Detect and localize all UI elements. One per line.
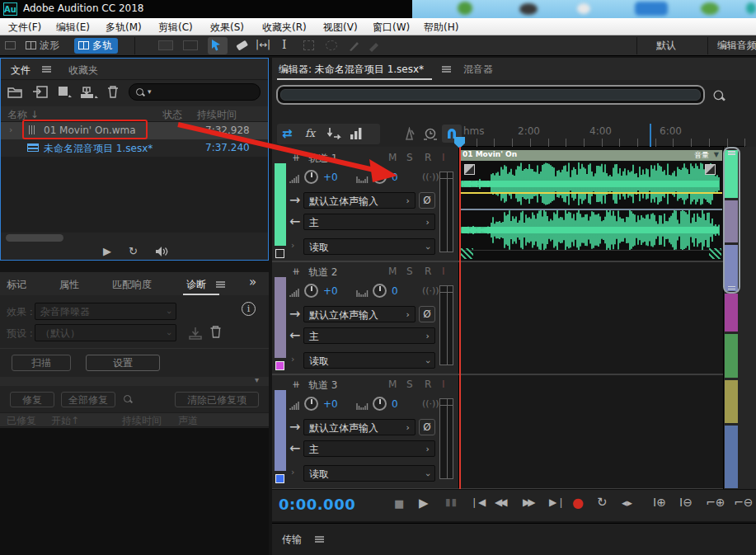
volume-envelope-line[interactable] (460, 192, 722, 194)
workspace-default-button[interactable]: 默认 (656, 39, 676, 53)
mute-button[interactable]: M (388, 152, 397, 163)
panel-grid-icon[interactable] (5, 41, 16, 49)
pan-knob[interactable] (373, 170, 387, 184)
marquee-tool-icon[interactable] (303, 40, 314, 50)
menu-file[interactable]: 文件(F) (8, 21, 41, 35)
tab-match-loudness[interactable]: 匹配响度 (112, 278, 152, 292)
track-color-strip[interactable] (275, 163, 286, 246)
zoom-out-vertical-button[interactable]: I⊖ (679, 496, 693, 509)
track-name[interactable]: 轨道 3 (308, 379, 337, 393)
menu-clip[interactable]: 剪辑(C) (158, 21, 193, 35)
panel-menu-icon[interactable] (216, 281, 225, 288)
track-color-box[interactable] (275, 249, 284, 258)
menu-effects[interactable]: 效果(S) (210, 21, 244, 35)
track-grip[interactable] (275, 264, 286, 275)
automation-mode-select[interactable]: 读取› (303, 238, 435, 255)
delete-preset-icon[interactable] (209, 325, 222, 339)
track-grip[interactable] (275, 150, 286, 162)
time-selection-tool-button[interactable]: |↔| (256, 39, 270, 50)
heal-tool-icon[interactable] (368, 40, 381, 52)
tab-mixer[interactable]: 混音器 (463, 63, 493, 77)
new-item-icon[interactable] (57, 86, 73, 98)
monitor-input-button[interactable]: I (442, 379, 445, 390)
auto-play-speaker-icon[interactable] (154, 246, 171, 257)
expander-icon[interactable]: › (9, 125, 12, 135)
skip-selection-button[interactable]: ◂▸ (622, 496, 632, 509)
spectral-display-icon[interactable] (158, 40, 173, 50)
time-shuffle-icon[interactable]: ⇄ (282, 126, 293, 141)
search-input[interactable]: ▾ (129, 83, 261, 101)
solo-button[interactable]: S (406, 379, 413, 390)
metronome-icon[interactable] (402, 127, 416, 141)
track-strip-5[interactable] (725, 334, 738, 378)
menu-help[interactable]: 帮助(H) (424, 21, 458, 35)
record-arm-button[interactable]: R (425, 266, 431, 277)
track-color-strip[interactable] (275, 277, 286, 358)
tab-markers[interactable]: 标记 (7, 278, 26, 292)
brush-tool-icon[interactable] (348, 40, 361, 52)
save-preset-icon[interactable] (188, 327, 203, 340)
repair-all-button[interactable]: 全部修复 (61, 392, 115, 407)
ibeam-tool-button[interactable]: I (282, 38, 287, 51)
track-strip-6[interactable] (725, 380, 738, 423)
track-output-select[interactable]: 主› (303, 440, 435, 457)
monitor-input-button[interactable]: I (442, 152, 445, 163)
razor-tool-button[interactable] (234, 39, 249, 56)
automation-expander-icon[interactable]: › (291, 354, 294, 365)
volume-knob[interactable] (304, 170, 318, 184)
tab-transport[interactable]: 传输 (282, 533, 302, 547)
zoom-reset-icon[interactable] (712, 89, 725, 102)
audio-clip[interactable]: 01 Movin' On 音量 ▼ (460, 150, 722, 261)
spectral-pitch-icon[interactable] (183, 40, 198, 50)
volume-knob[interactable] (304, 397, 318, 411)
playhead-time[interactable]: 0:00.000 (279, 496, 355, 513)
sends-icon[interactable]: ((·)) (422, 285, 439, 296)
collapsed-section-grip[interactable]: ▾ (0, 377, 269, 386)
zoom-in-horizontal-button[interactable]: ⌐⊕ (706, 496, 725, 509)
zoom-out-horizontal-button[interactable]: ⌐⊖ (734, 496, 753, 509)
move-tool-button[interactable] (208, 37, 228, 54)
record-arm-button[interactable]: R (425, 379, 431, 390)
col-duration[interactable]: 持续时间 (197, 108, 237, 122)
preset-select[interactable]: （默认） › (35, 324, 176, 341)
clip-corner-stretch-left[interactable] (461, 248, 473, 259)
col-duration[interactable]: 持续时间 (122, 414, 162, 428)
monitor-clock-icon[interactable] (423, 126, 439, 142)
multitrack-view-button[interactable]: 多轨 (74, 38, 118, 54)
play-button[interactable]: ▶ (419, 496, 429, 510)
panel-menu-icon[interactable] (442, 66, 451, 73)
menu-window[interactable]: 窗口(W) (373, 21, 410, 35)
zoom-navigator[interactable] (276, 85, 705, 105)
rewind-button[interactable]: ◀◀ (495, 496, 505, 508)
col-repaired[interactable]: 已修复 (7, 414, 36, 428)
lasso-tool-icon[interactable] (326, 40, 337, 50)
clear-repaired-button[interactable]: 清除已修复项 (175, 392, 259, 407)
tab-diagnostics[interactable]: 诊断 (186, 278, 206, 292)
automation-expander-icon[interactable]: › (291, 467, 294, 477)
track-color-box[interactable] (275, 474, 284, 483)
track-output-select[interactable]: 主› (303, 214, 435, 230)
col-start[interactable]: 开始↑ (51, 414, 79, 428)
tab-properties[interactable]: 属性 (59, 278, 79, 292)
track-input-select[interactable]: 默认立体声输入› (303, 306, 416, 322)
menu-edit[interactable]: 编辑(E) (56, 21, 90, 35)
file-row-sesx[interactable]: 未命名混音项目 1.sesx* 7:37.240 (1, 139, 268, 157)
automation-expander-icon[interactable]: › (291, 240, 294, 251)
pause-button[interactable]: ▮▮ (445, 496, 458, 508)
timeline-ruler[interactable]: hms 2:00 4:00 6:00 (458, 124, 746, 147)
import-file-icon[interactable] (32, 86, 49, 98)
skip-to-end-button[interactable]: ▶❘ (549, 496, 565, 508)
horizontal-scrollbar[interactable] (6, 234, 63, 242)
find-icon[interactable] (123, 394, 133, 404)
stop-button[interactable]: ■ (394, 497, 404, 510)
track-name[interactable]: 轨道 2 (308, 266, 337, 280)
record-button[interactable]: ● (572, 495, 584, 510)
workspace-edit-audio-button[interactable]: 编辑音频 (717, 39, 756, 53)
track-color-strip[interactable] (275, 390, 286, 471)
automation-mode-select[interactable]: 读取› (303, 352, 435, 369)
insert-into-multitrack-icon[interactable] (80, 85, 100, 99)
menu-multitrack[interactable]: 多轨(M) (106, 21, 142, 35)
trash-icon[interactable] (106, 85, 120, 99)
track-strip-7[interactable] (725, 426, 738, 488)
tab-editor[interactable]: 编辑器: 未命名混音项目 1.sesx* (279, 63, 424, 77)
